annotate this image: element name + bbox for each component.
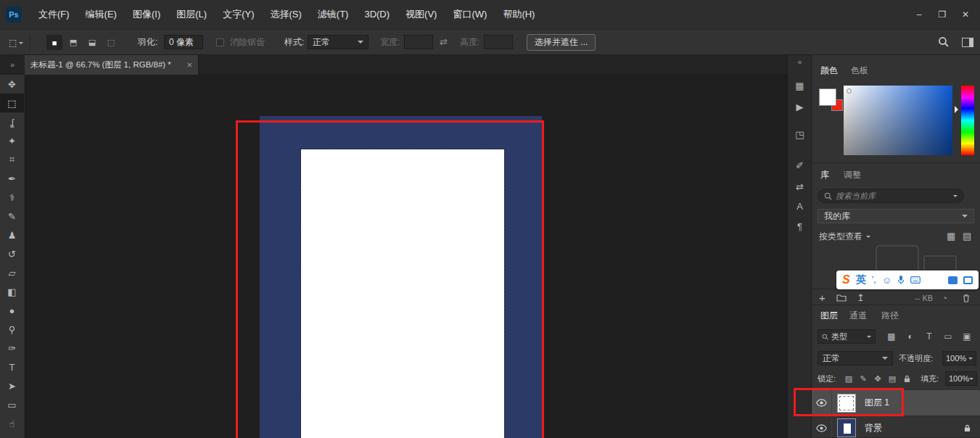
subtract-from-selection-button[interactable]: ⬓ xyxy=(84,35,100,50)
new-selection-button[interactable]: ■ xyxy=(46,35,62,50)
move-tool[interactable]: ✥ xyxy=(0,75,24,94)
color-saturation-field[interactable] xyxy=(844,86,952,155)
hue-slider-marker[interactable] xyxy=(955,106,962,113)
history-brush-tool[interactable]: ↺ xyxy=(0,244,24,263)
tab-paths[interactable]: 路径 xyxy=(881,306,899,325)
layer-row-layer1[interactable]: 图层 1 xyxy=(812,390,980,416)
paragraph-panel-icon[interactable]: ¶ xyxy=(788,220,812,234)
info-panel-icon[interactable]: ▦ xyxy=(788,79,812,94)
path-selection-tool[interactable]: ➤ xyxy=(0,376,24,395)
menu-filter[interactable]: 滤镜(T) xyxy=(310,0,357,29)
lock-image-pixels-icon[interactable]: ✎ xyxy=(857,372,870,385)
add-to-selection-button[interactable]: ⬒ xyxy=(65,35,81,50)
view-by-type-control[interactable]: 按类型查看 xyxy=(819,229,870,244)
list-view-icon[interactable]: ▤ xyxy=(963,229,971,244)
width-input[interactable] xyxy=(404,35,433,49)
menu-type[interactable]: 文字(Y) xyxy=(215,0,262,29)
rectangular-marquee-tool[interactable]: ⬚ xyxy=(0,94,24,112)
selection-marquee[interactable] xyxy=(301,149,504,438)
visibility-eye-icon[interactable] xyxy=(812,418,832,437)
ime-toolbox-icon[interactable] xyxy=(948,276,958,284)
foreground-color-swatch[interactable] xyxy=(819,88,836,106)
hand-tool[interactable]: ☝ xyxy=(0,414,24,433)
fill-input[interactable]: 100% xyxy=(945,371,977,386)
filter-smart-objects-icon[interactable]: ▣ xyxy=(960,329,974,344)
blend-mode-select[interactable]: 正常 xyxy=(818,351,893,365)
keyboard-icon[interactable] xyxy=(910,276,921,284)
height-input[interactable] xyxy=(484,35,513,49)
filter-type-layers-icon[interactable]: T xyxy=(922,329,936,344)
filter-pixel-layers-icon[interactable]: ▩ xyxy=(884,329,899,344)
emoji-icon[interactable]: ☺ xyxy=(882,275,892,286)
library-select[interactable]: 我的库 xyxy=(818,209,974,223)
intersect-selection-button[interactable]: ⬚ xyxy=(103,35,119,50)
menu-edit[interactable]: 编辑(E) xyxy=(78,0,125,29)
tab-libraries[interactable]: 库 xyxy=(820,165,829,184)
feather-input[interactable]: 0 像素 xyxy=(164,35,203,49)
gradient-tool[interactable]: ◧ xyxy=(0,282,24,301)
dodge-tool[interactable]: ⚲ xyxy=(0,320,24,339)
antialias-checkbox[interactable] xyxy=(216,38,224,46)
menu-help[interactable]: 帮助(H) xyxy=(495,0,543,29)
hue-slider[interactable] xyxy=(961,86,974,155)
close-tab-icon[interactable]: × xyxy=(182,59,192,70)
magic-wand-tool[interactable]: ✦ xyxy=(0,131,24,150)
layer-thumbnail[interactable] xyxy=(837,418,856,437)
delete-icon[interactable] xyxy=(963,294,970,302)
tab-adjustments[interactable]: 调整 xyxy=(844,165,861,184)
properties-panel-icon[interactable]: ◳ xyxy=(788,128,812,142)
select-and-mask-button[interactable]: 选择并遮住 ... xyxy=(527,34,596,51)
grid-view-icon[interactable]: ▦ xyxy=(947,229,955,244)
menu-view[interactable]: 视图(V) xyxy=(398,0,445,29)
character-panel-icon[interactable]: A xyxy=(788,199,812,214)
menu-window[interactable]: 窗口(W) xyxy=(445,0,495,29)
eraser-tool[interactable]: ▱ xyxy=(0,263,24,282)
brush-settings-panel-icon[interactable]: ✐ xyxy=(788,159,812,173)
canvas-area[interactable] xyxy=(25,75,787,438)
shape-tool[interactable]: ▭ xyxy=(0,395,24,414)
eyedropper-tool[interactable]: ✒ xyxy=(0,169,24,188)
opacity-input[interactable]: 100% xyxy=(942,351,976,365)
blur-tool[interactable]: ● xyxy=(0,301,24,320)
tab-swatches[interactable]: 色板 xyxy=(851,61,868,80)
lock-artboard-icon[interactable]: ▤ xyxy=(886,372,899,385)
tab-channels[interactable]: 通道 xyxy=(849,306,867,325)
new-group-folder-icon[interactable] xyxy=(836,294,847,302)
restore-button[interactable]: ❐ xyxy=(931,0,954,29)
minimize-button[interactable]: – xyxy=(907,0,931,29)
tool-preset-picker[interactable]: ⬚ xyxy=(6,35,30,50)
type-tool[interactable]: T xyxy=(0,358,24,376)
brush-tool[interactable]: ✎ xyxy=(0,207,24,226)
workspace-switcher-icon[interactable] xyxy=(962,38,973,47)
microphone-icon[interactable] xyxy=(897,275,905,285)
menu-layer[interactable]: 图层(L) xyxy=(168,0,215,29)
pen-tool[interactable]: ✑ xyxy=(0,339,24,358)
ime-skin-icon[interactable] xyxy=(963,276,973,284)
layer-name[interactable]: 图层 1 xyxy=(865,397,889,409)
ime-punctuation-toggle[interactable]: ’, xyxy=(872,275,876,285)
layer-row-background[interactable]: 背景 xyxy=(812,418,980,438)
menu-image[interactable]: 图像(I) xyxy=(125,0,168,29)
actions-panel-icon[interactable]: ▶ xyxy=(788,100,812,115)
menu-select[interactable]: 选择(S) xyxy=(262,0,309,29)
sogou-logo-icon[interactable]: S xyxy=(842,273,850,286)
layer-filter-select[interactable]: 类型 xyxy=(818,329,876,344)
healing-brush-tool[interactable]: ⚕ xyxy=(0,188,24,207)
filter-shape-layers-icon[interactable]: ▭ xyxy=(941,329,955,344)
filter-adjustment-layers-icon[interactable]: ◐ xyxy=(903,329,918,344)
menu-3d[interactable]: 3D(D) xyxy=(356,0,398,29)
layer-name[interactable]: 背景 xyxy=(865,422,882,434)
document-tab[interactable]: 未标题-1 @ 66.7% (图层 1, RGB/8#) * × xyxy=(25,55,199,75)
tab-color[interactable]: 颜色 xyxy=(820,61,838,80)
lock-position-icon[interactable]: ✥ xyxy=(871,372,884,385)
panels-collapse-icon[interactable]: « xyxy=(788,56,812,67)
lock-all-icon[interactable] xyxy=(900,372,913,383)
clone-source-panel-icon[interactable]: ⇄ xyxy=(788,180,812,194)
style-select[interactable]: 正常 xyxy=(308,35,368,49)
close-button[interactable]: ✕ xyxy=(954,0,977,29)
menu-file[interactable]: 文件(F) xyxy=(30,0,78,29)
toolbar-expand-icon[interactable]: » xyxy=(0,55,25,74)
library-search-input[interactable]: 搜索当前库 xyxy=(818,189,964,203)
search-icon[interactable] xyxy=(938,36,949,47)
lock-transparent-pixels-icon[interactable]: ▨ xyxy=(842,372,855,385)
